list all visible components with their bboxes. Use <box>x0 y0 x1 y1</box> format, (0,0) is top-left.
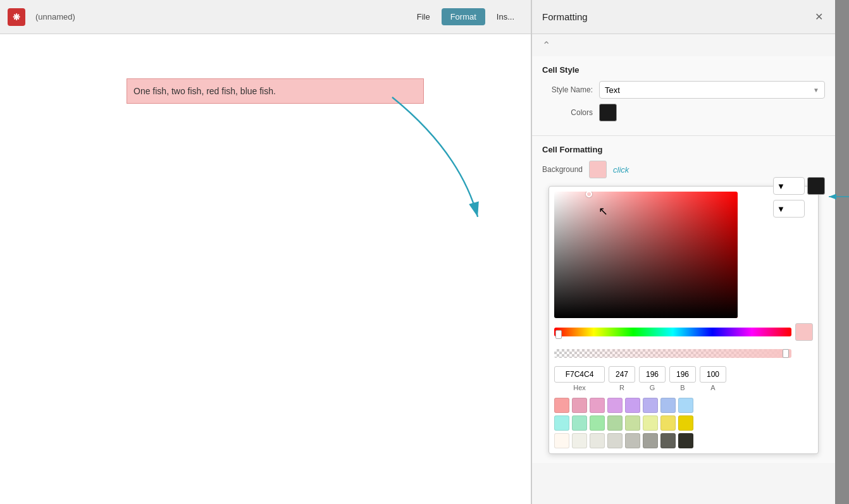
g-input[interactable] <box>639 366 666 383</box>
hex-input-group: Hex <box>554 366 605 391</box>
swatch-r3-4[interactable] <box>607 433 623 448</box>
text-cell[interactable]: One fish, two fish, red fish, blue fish. <box>127 78 424 104</box>
swatch-r1-5[interactable] <box>625 398 640 413</box>
hex-input[interactable] <box>554 366 605 383</box>
cell-text: One fish, two fish, red fish, blue fish. <box>133 86 276 96</box>
g-input-group: G <box>639 366 666 391</box>
g-label: G <box>650 384 655 391</box>
click-hint: click <box>613 165 629 175</box>
title-bar: ❋ (unnamed) File Format Ins... <box>0 0 531 34</box>
swatch-r3-8[interactable] <box>678 433 693 448</box>
hue-bar-row <box>554 323 813 341</box>
swatch-r1-8[interactable] <box>678 398 693 413</box>
swatch-r2-1[interactable] <box>554 415 569 431</box>
hex-label: Hex <box>573 384 586 391</box>
style-name-row: Style Name: Text ▼ <box>542 81 825 99</box>
right-dropdown-2-arrow: ▼ <box>777 204 785 214</box>
colors-row: Colors <box>542 104 825 121</box>
swatch-r1-3[interactable] <box>590 398 605 413</box>
swatch-r1-7[interactable] <box>660 398 676 413</box>
insert-menu[interactable]: Ins... <box>488 8 523 25</box>
swatch-r3-5[interactable] <box>625 433 640 448</box>
swatch-r2-3[interactable] <box>590 415 605 431</box>
right-dropdown-arrow: ▼ <box>777 181 785 191</box>
color-value-inputs: Hex R G B A <box>554 366 813 391</box>
app-icon: ❋ <box>8 8 25 26</box>
swatches-row-1 <box>554 398 813 413</box>
close-button[interactable]: ✕ <box>812 11 825 23</box>
current-color-preview <box>795 323 813 341</box>
mouse-cursor-indicator: ↖ <box>598 204 608 218</box>
a-input-group: A <box>700 366 726 391</box>
menu-bar: File Format Ins... <box>408 8 523 25</box>
panel-title-bar: Formatting ✕ <box>532 0 835 34</box>
formatting-panel: Formatting ✕ ⌃ Cell Style Style Name: Te… <box>531 0 835 504</box>
swatch-r1-2[interactable] <box>572 398 587 413</box>
swatch-r2-5[interactable] <box>625 415 640 431</box>
swatch-r1-4[interactable] <box>607 398 623 413</box>
right-color-swatch-1[interactable] <box>807 177 825 195</box>
panel-title: Formatting <box>542 11 588 22</box>
choose-color-annotation: choose color <box>826 192 849 201</box>
swatch-r2-7[interactable] <box>660 415 676 431</box>
colors-swatch[interactable] <box>599 104 617 121</box>
cell-style-section: Cell Style Style Name: Text ▼ Colors <box>532 56 835 136</box>
alpha-slider[interactable] <box>554 349 791 358</box>
swatch-r2-2[interactable] <box>572 415 587 431</box>
hue-thumb <box>555 330 562 339</box>
swatch-r2-6[interactable] <box>643 415 658 431</box>
annotation-arrow-small <box>826 192 849 201</box>
swatch-r3-7[interactable] <box>660 433 676 448</box>
swatch-r3-6[interactable] <box>643 433 658 448</box>
right-dropdown-1[interactable]: ▼ <box>773 177 805 195</box>
background-row: Background click <box>542 161 825 178</box>
alpha-spacer <box>795 343 813 361</box>
swatch-r3-1[interactable] <box>554 433 569 448</box>
annotation-arrow <box>0 34 531 504</box>
dropdown-arrow-icon: ▼ <box>813 87 819 94</box>
style-name-value: Text <box>605 85 620 95</box>
swatch-r1-1[interactable] <box>554 398 569 413</box>
right-dropdown-2[interactable]: ▼ <box>773 200 805 218</box>
swatch-r2-8[interactable] <box>678 415 693 431</box>
r-input-group: R <box>609 366 635 391</box>
swatch-r2-4[interactable] <box>607 415 623 431</box>
format-menu[interactable]: Format <box>442 8 485 25</box>
collapse-icon[interactable]: ⌃ <box>542 39 550 51</box>
background-label: Background <box>542 165 583 174</box>
r-label: R <box>619 384 624 391</box>
swatch-r3-3[interactable] <box>590 433 605 448</box>
style-name-dropdown[interactable]: Text ▼ <box>599 81 825 99</box>
hue-slider[interactable] <box>554 328 791 336</box>
color-swatches-grid <box>554 398 813 448</box>
window-title: (unnamed) <box>35 12 398 22</box>
b-input-group: B <box>669 366 696 391</box>
colors-label: Colors <box>542 108 593 117</box>
style-name-label: Style Name: <box>542 85 593 94</box>
color-picker-popup: choose color ↖ <box>548 186 819 454</box>
gradient-overlay <box>554 192 738 318</box>
swatch-r1-6[interactable] <box>643 398 658 413</box>
right-dropdown-row: ▼ <box>773 177 825 195</box>
cell-formatting-title: Cell Formatting <box>542 145 825 154</box>
app-window: ❋ (unnamed) File Format Ins... One fish,… <box>0 0 531 504</box>
a-label: A <box>710 384 715 391</box>
alpha-thumb <box>783 349 789 358</box>
swatches-row-2 <box>554 415 813 431</box>
app-icon-symbol: ❋ <box>13 12 20 22</box>
right-side-controls: ▼ ▼ <box>773 177 825 218</box>
swatch-r3-2[interactable] <box>572 433 587 448</box>
swatches-row-3 <box>554 433 813 448</box>
right-dropdown-row-2: ▼ <box>773 200 825 218</box>
r-input[interactable] <box>609 366 635 383</box>
file-menu[interactable]: File <box>408 8 439 25</box>
a-input[interactable] <box>700 366 726 383</box>
b-input[interactable] <box>669 366 696 383</box>
alpha-bar-row <box>554 343 813 361</box>
content-area: One fish, two fish, red fish, blue fish. <box>0 34 531 504</box>
background-color-swatch[interactable] <box>589 161 607 178</box>
color-gradient-picker[interactable]: ↖ <box>554 192 738 318</box>
cell-style-title: Cell Style <box>542 65 825 75</box>
b-label: B <box>680 384 685 391</box>
